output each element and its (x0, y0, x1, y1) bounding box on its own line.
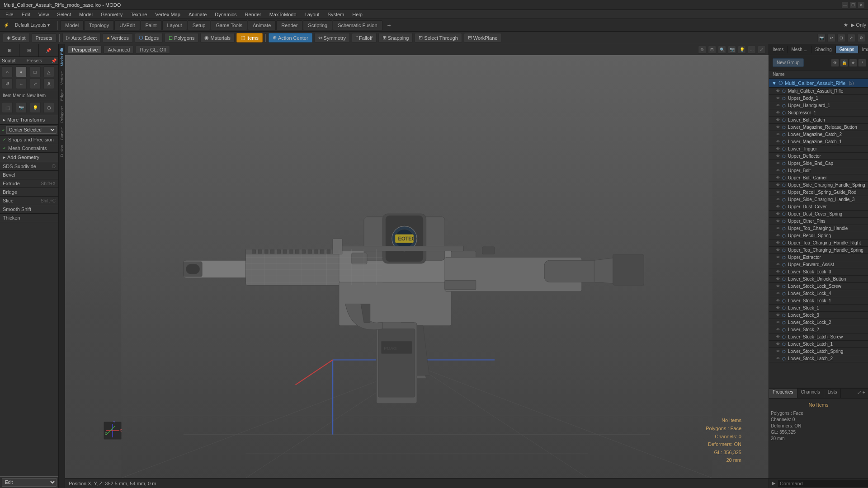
menu-file[interactable]: File (2, 11, 17, 18)
settings-icon-btn[interactable]: ⚙ (857, 34, 865, 42)
add-tab-button[interactable]: + (383, 20, 396, 31)
light-btn[interactable]: 💡 (30, 102, 41, 113)
vp-expand-icon[interactable]: ⤢ (758, 46, 766, 54)
left-tool-btn-1[interactable]: ⊞ (0, 44, 19, 56)
vp-more-icon[interactable]: … (748, 46, 756, 54)
edit-dropdown[interactable]: Edit (2, 478, 57, 487)
undo-icon-btn[interactable]: ↩ (827, 34, 835, 42)
menu-vertex-map[interactable]: Vertex Map (151, 11, 184, 18)
mesh-constraints-btn[interactable]: ✓ Mesh Constraints (0, 144, 58, 153)
rptab-items[interactable]: Items (769, 46, 788, 53)
tree-item[interactable]: 👁⬡Upper_Handguard_1 (769, 102, 868, 109)
tree-item[interactable]: 👁⬡Upper_Top_Charging_Handle_Spring (769, 247, 868, 254)
vp-tab-advanced[interactable]: Advanced (104, 46, 134, 54)
tree-item[interactable]: 👁⬡Lower_Stock_Latch_Screw (769, 333, 868, 341)
maximize-view-btn[interactable]: ⤢ (847, 34, 855, 42)
snapping-button[interactable]: ⊞ Snapping (378, 33, 413, 42)
camera-icon-btn[interactable]: 📷 (817, 34, 826, 42)
3d-viewport[interactable]: EOTECH PMAG (65, 55, 769, 478)
tree-item[interactable]: 👁⬡Upper_Bolt_Carrier (769, 174, 868, 182)
tree-item[interactable]: 👁⬡Lower_Stock_Latch_1 (769, 341, 868, 348)
select-through-button[interactable]: ⊡ Select Through (415, 33, 462, 42)
command-input[interactable] (778, 480, 868, 487)
sds-subdivide-btn[interactable]: SDS Subdivide D (0, 162, 58, 171)
smooth-shift-btn[interactable]: Smooth Shift (0, 205, 58, 214)
menu-edit[interactable]: Edit (18, 11, 34, 18)
snaps-btn[interactable]: ✓ Snaps and Precision (0, 136, 58, 144)
menu-texture[interactable]: Texture (127, 11, 151, 18)
thicken-btn[interactable]: Thicken (0, 214, 58, 222)
lvtab-polygon[interactable]: Polygon+ (59, 104, 65, 125)
tree-item[interactable]: 👁⬡Lower_Stock_Lock_3 (769, 268, 868, 276)
menu-model[interactable]: Model (75, 11, 96, 18)
tab-schematic-fusion[interactable]: Schematic Fusion (333, 20, 382, 30)
tree-item[interactable]: 👁⬡Upper_Top_Charging_Handle (769, 225, 868, 232)
action-center-button[interactable]: ⊕ Action Center (269, 33, 312, 42)
menu-layout[interactable]: Layout (301, 11, 323, 18)
tree-item[interactable]: 👁⬡Upper_Other_Pins (769, 218, 868, 225)
tool-btn-1[interactable]: ○ (2, 66, 13, 77)
zoom-fit-btn[interactable]: ⊡ (837, 34, 845, 42)
rp-btm-add-btn[interactable]: ⤢ + (854, 389, 868, 398)
rp-lock-btn[interactable]: 🔒 (840, 59, 848, 67)
menu-animate[interactable]: Animate (185, 11, 210, 18)
rp-vis-btn[interactable]: 👁 (831, 59, 839, 67)
default-layouts-dropdown[interactable]: Default Layouts ▾ (11, 22, 53, 28)
vp-cam-icon[interactable]: 📷 (728, 46, 736, 54)
close-button[interactable]: ✕ (858, 2, 864, 8)
left-pin-btn[interactable]: 📌 (39, 44, 58, 56)
falloff-button[interactable]: ◜ Falloff (352, 33, 377, 42)
tab-uvedit[interactable]: UVEdit (114, 20, 140, 30)
more-transforms-header[interactable]: ▶ More Transforms (0, 115, 58, 125)
vp-nav-icon[interactable]: ⊕ (698, 46, 706, 54)
tool-btn-6[interactable]: ↔ (16, 78, 27, 89)
tree-item[interactable]: 👁⬡Lower_Magazine_Catch_2 (769, 131, 868, 138)
maximize-button[interactable]: ☐ (850, 2, 856, 8)
rptab-shading[interactable]: Shading (811, 46, 836, 53)
tree-item[interactable]: 👁⬡Upper_Extractor (769, 254, 868, 261)
vp-tab-raygl[interactable]: Ray GL: Off (136, 46, 170, 54)
minimize-button[interactable]: — (842, 2, 848, 8)
tree-item[interactable]: 👁⬡Upper_Top_Charging_Handle_Right (769, 239, 868, 247)
tree-item[interactable]: 👁⬡Upper_Dust_Cover (769, 203, 868, 211)
tree-item[interactable]: 👁⬡Lower_Stock_2 (769, 326, 868, 333)
tab-paint[interactable]: Paint (141, 20, 162, 30)
menu-dynamics[interactable]: Dynamics (211, 11, 240, 18)
tab-scripting[interactable]: Scripting (303, 20, 332, 30)
auto-select-button[interactable]: ▷ Auto Select (62, 33, 101, 42)
bevel-btn[interactable]: Bevel (0, 171, 58, 179)
materials-button[interactable]: ◉ Materials (200, 33, 235, 42)
menu-system[interactable]: System (324, 11, 348, 18)
tool-btn-4[interactable]: △ (43, 66, 54, 77)
tool-btn-5[interactable]: ↺ (2, 78, 13, 89)
tree-item[interactable]: 👁⬡Upper_Forward_Assist (769, 261, 868, 268)
slice-btn[interactable]: Slice Shift+C (0, 197, 58, 205)
tree-item[interactable]: 👁⬡Lower_Stock_Latch_2 (769, 355, 868, 362)
tab-render[interactable]: Render (276, 20, 302, 30)
tree-item[interactable]: 👁⬡Lower_Bolt_Catch (769, 117, 868, 124)
tree-item[interactable]: 👁⬡Lower_Stock_Lock_1 (769, 297, 868, 305)
edges-button[interactable]: ⬡ Edges (135, 33, 163, 42)
lvtab-vertex[interactable]: Vertex+ (59, 69, 65, 87)
lvtab-fusion[interactable]: Fusion (59, 143, 65, 159)
tree-item[interactable]: 👁⬡Lower_Stock_Lock_Screw (769, 283, 868, 290)
symmetry-button[interactable]: ⇔ Symmetry (314, 33, 350, 42)
tree-item[interactable]: 👁⬡Upper_Deflector (769, 153, 868, 160)
tree-item[interactable]: 👁⬡Suppressor_1 (769, 109, 868, 117)
lvtab-edge[interactable]: Edge+ (59, 87, 65, 103)
rp-btm-tab-channels[interactable]: Channels (797, 389, 824, 398)
vp-frame-icon[interactable]: ⊟ (708, 46, 716, 54)
rp-btm-tab-lists[interactable]: Lists (824, 389, 841, 398)
obj-btn[interactable]: ⬡ (43, 102, 54, 113)
center-selected-dropdown[interactable]: Center Selected (6, 126, 57, 134)
tab-game-tools[interactable]: Game Tools (211, 20, 247, 30)
vp-zoom-icon[interactable]: 🔍 (718, 46, 726, 54)
tab-animate[interactable]: Animate (248, 20, 276, 30)
rptab-images[interactable]: Images (859, 46, 868, 53)
viewport-canvas[interactable]: EOTECH PMAG (65, 55, 769, 478)
tree-item[interactable]: 👁⬡Upper_Side_Charging_Handle_Spring (769, 182, 868, 189)
tree-item[interactable]: 👁⬡Multi_Caliber_Assault_Rifle (769, 88, 868, 95)
tree-item[interactable]: 👁⬡Upper_Recoil_Spring_Guide_Rod (769, 189, 868, 196)
tree-item[interactable]: 👁⬡Upper_Recoil_Spring (769, 232, 868, 239)
menu-render[interactable]: Render (241, 11, 265, 18)
